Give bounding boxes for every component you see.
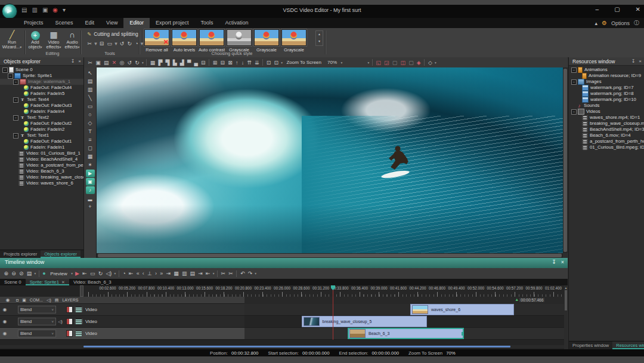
object-tree-item[interactable]: FadeOut: FadeOut3 (0, 103, 83, 109)
menu-tab-projects[interactable]: Projects (18, 18, 49, 28)
trim-clip-icon[interactable]: ✂ (227, 270, 235, 276)
quick-style-auto-levels[interactable]: Auto levels (171, 29, 198, 53)
delete-icon[interactable]: ✕ (110, 60, 118, 66)
layers-tool-icon[interactable]: ▥ (86, 86, 95, 94)
marker-out-icon[interactable]: ⇤ (204, 270, 212, 276)
go-to-start-icon[interactable]: ⇤ (81, 270, 89, 276)
copy-icon[interactable]: ▣ (94, 60, 103, 66)
time-sync-icon[interactable]: ◔ (121, 270, 128, 276)
run-wizard-button[interactable]: ╱ Run Wizard...▾ (2, 29, 22, 50)
move-right-icon[interactable]: ↷ (246, 270, 254, 276)
cut-dd-icon[interactable]: ▾ (94, 41, 98, 47)
crop-tool-icon[interactable]: ▭ (106, 41, 114, 47)
visibility-icon[interactable]: ◉ (0, 307, 10, 312)
resource-tree-item[interactable]: −Animations (569, 67, 644, 73)
record-shape-icon[interactable]: ◎ (118, 60, 126, 66)
ellipse-tool-icon[interactable]: ○ (86, 111, 95, 119)
blend-copy-icon[interactable]: ▣ (22, 298, 26, 303)
scene-tool-icon[interactable]: ▤ (86, 78, 95, 85)
visibility-icon[interactable]: ◉ (3, 297, 13, 303)
object-tree-item[interactable]: FadeIn: FadeIn4 (0, 109, 83, 115)
object-tree-item[interactable]: FadeIn: FadeIn2 (0, 127, 83, 133)
styles-scroll-up-icon[interactable]: ▴ (316, 31, 323, 38)
object-tree-item[interactable]: FadeOut: FadeOut1 (0, 139, 83, 144)
counter-tool-icon[interactable]: ▦ (86, 153, 95, 161)
visibility-icon[interactable]: ◉ (0, 319, 10, 324)
expander-icon[interactable]: − (13, 97, 18, 103)
preview-vertical-scrollbar[interactable] (563, 67, 568, 253)
center-horizontal-icon[interactable]: ▀ (185, 60, 193, 66)
tl-zoom-in-icon[interactable]: ⊕ (2, 270, 10, 276)
tooltip-tool-icon[interactable]: ◻ (86, 144, 95, 152)
paste-icon[interactable]: ▤ (102, 60, 110, 66)
quick-style-remove-all[interactable]: ✕Remove all (143, 29, 171, 53)
rotate-left-icon[interactable]: ↺ (118, 41, 126, 47)
rectangle-tool-icon[interactable]: ▭ (86, 103, 95, 110)
fast-back-icon[interactable]: « (135, 270, 141, 276)
timeline-vertical-scrollbar[interactable]: ▲ (564, 285, 568, 349)
zoom-dd-icon[interactable]: ▾ (340, 61, 343, 64)
add-audio-icon[interactable]: ♪ (86, 186, 95, 194)
preview-quality-icon[interactable]: ● (41, 270, 48, 276)
video-preview[interactable] (97, 67, 563, 253)
timeline-lane[interactable] (244, 304, 564, 316)
expander-icon[interactable]: − (571, 109, 577, 115)
timeline-more-icon[interactable]: ▾ (254, 272, 258, 275)
object-tree-item[interactable]: FadeOut: FadeOut4 (0, 85, 83, 91)
object-tree-item[interactable]: −TText: Text2 (0, 115, 83, 121)
split-tool-icon[interactable]: ⊟ (98, 41, 106, 47)
minimize-button[interactable]: – (596, 6, 599, 13)
add-image-icon[interactable]: ▣ (86, 178, 95, 186)
timeline-ruler[interactable]: 00:02.60000:05.20000:07.80000:10.40000:1… (83, 285, 564, 297)
timeline-horizontal-scrollbar[interactable] (0, 345, 564, 348)
object-tree-item[interactable]: Video: 01_Curious_Bird_1 (0, 150, 83, 156)
animation-tool-icon[interactable]: ✶ (86, 161, 95, 169)
loop-playback-icon[interactable]: ↻ (97, 270, 104, 276)
resource-tree-item[interactable]: −Images (569, 79, 644, 85)
menu-tab-edit[interactable]: Edit (79, 18, 101, 28)
cut-tool-icon[interactable]: ✂ (86, 41, 94, 47)
tl-zoom-out-icon[interactable]: ⊖ (10, 270, 18, 276)
align-bottom-icon[interactable]: ▙ (171, 60, 178, 66)
step-back-icon[interactable]: ‹ (141, 270, 145, 276)
expander-icon[interactable]: − (571, 79, 577, 85)
paste-properties-icon[interactable]: ⊡ (273, 60, 280, 66)
crop-dd-icon[interactable]: ▾ (114, 41, 119, 47)
send-to-back-icon[interactable]: ⇊ (253, 60, 261, 66)
speaker-icon[interactable]: ◁) (56, 319, 64, 324)
jump-last-icon[interactable]: ⇥ (165, 270, 172, 276)
cut-icon[interactable]: ✂ (86, 60, 94, 66)
track-color-chip[interactable] (66, 318, 73, 325)
preview-horizontal-scrollbar[interactable] (97, 253, 563, 258)
zoom-region-icon[interactable]: ◫ (399, 60, 407, 66)
resource-tree-item[interactable]: watermark.png; ID=8 (569, 91, 644, 97)
undo-icon[interactable]: ↺ (126, 60, 134, 66)
stop-icon[interactable]: ⊥ (145, 270, 153, 276)
chart-tool-icon[interactable]: ▂ (86, 195, 95, 202)
lock-icon[interactable]: ◘ (16, 298, 18, 302)
menu-tab-view[interactable]: View (100, 18, 123, 28)
panel-tab-projects-explorer[interactable]: Projects explorer (0, 250, 41, 258)
jump-first-icon[interactable]: ⇤ (127, 270, 135, 276)
select-region-icon[interactable]: ▢ (407, 60, 416, 66)
object-tree-item[interactable]: −Sprite: Sprite1 (0, 73, 83, 79)
timeline-tab-sprite-sprite1[interactable]: Sprite: Sprite1✕ (26, 279, 69, 285)
clip-waves_shore_6[interactable]: waves_shore_6 (410, 304, 514, 315)
pin-icon[interactable]: ↧ (552, 259, 556, 265)
tl-zoom-selection-icon[interactable]: ⊘ (17, 270, 25, 276)
scrollbar-thumb[interactable] (98, 254, 562, 257)
audio-effects-button[interactable]: ∩Audio effects▾ (62, 29, 82, 50)
align-top-icon[interactable]: ▜ (164, 60, 171, 66)
quick-style-grayscale[interactable]: Grayscale (280, 29, 308, 53)
playhead[interactable] (333, 285, 333, 340)
clip-resize-handle[interactable] (462, 332, 464, 336)
display-frames-icon[interactable]: ▦ (172, 270, 181, 276)
resource-tree-item[interactable]: waves_shore.mp4; ID=1 (569, 115, 644, 121)
subtitles-tool-icon[interactable]: ≡ (86, 136, 95, 144)
close-tab-icon[interactable]: ✕ (61, 280, 65, 284)
panel-tab-properties-window[interactable]: Properties window (569, 342, 612, 349)
order-up-icon[interactable]: ↑ (234, 60, 240, 66)
object-tree-item[interactable]: Video: BeachAndShell_4 (0, 156, 83, 162)
blend-mode-dropdown[interactable]: Blend˅ (18, 306, 56, 313)
add-object-button[interactable]: +Add object▾ (25, 29, 45, 50)
